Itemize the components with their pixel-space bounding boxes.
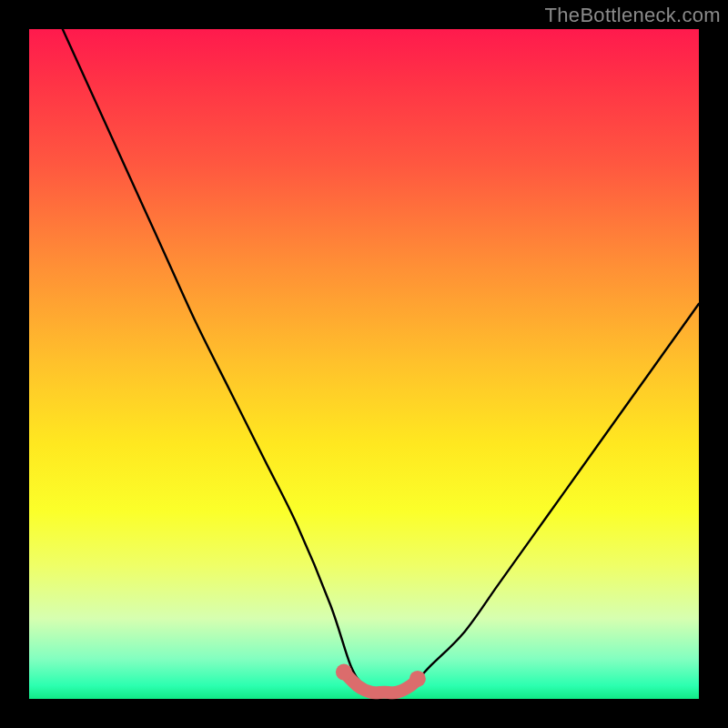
plot-area — [29, 29, 699, 699]
optimal-dot-right — [410, 671, 426, 687]
optimal-region-path — [344, 672, 418, 693]
bottleneck-curve-path — [63, 29, 699, 693]
chart-frame: TheBottleneck.com — [0, 0, 728, 728]
watermark-text: TheBottleneck.com — [545, 4, 721, 27]
optimal-dot-left — [336, 664, 352, 681]
curve-svg — [29, 29, 699, 699]
